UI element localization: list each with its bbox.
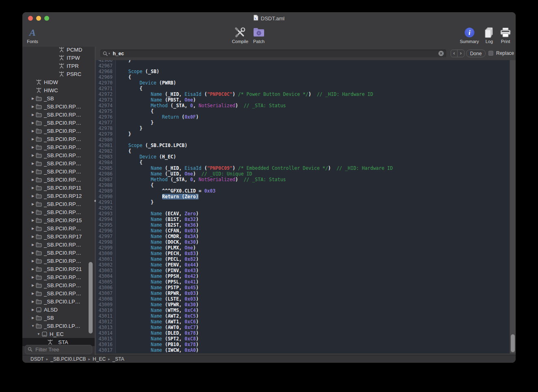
disclosure-triangle[interactable]: ▶	[30, 186, 35, 190]
disclosure-triangle[interactable]: ▶	[30, 170, 35, 173]
code-line[interactable]: 42971 {	[96, 86, 510, 91]
tree-row--sb-pci0-rp-[interactable]: ▶_SB.PCI0.RP…	[22, 289, 95, 297]
code-line[interactable]: 43004 Name (PPSH, 0x42)	[96, 273, 510, 279]
find-previous-button[interactable]: ‹	[451, 50, 458, 57]
disclosure-triangle[interactable]: ▶	[30, 154, 35, 157]
search-input[interactable]	[112, 50, 438, 57]
done-button[interactable]: Done	[466, 50, 486, 57]
code-line[interactable]: 42988 {	[96, 182, 510, 188]
disclosure-triangle[interactable]: ▶	[30, 219, 35, 222]
code-line[interactable]: 43014 Name (DLED, 0x78)	[96, 330, 510, 336]
tree-row-hiwc[interactable]: HIWC	[22, 86, 95, 94]
code-line[interactable]: 42979 }	[96, 131, 510, 137]
disclosure-triangle[interactable]: ▶	[30, 243, 35, 247]
tree-row--sb-pci0-rp-[interactable]: ▶_SB.PCI0.RP…	[22, 200, 95, 208]
disclosure-triangle[interactable]: ▶	[30, 137, 35, 141]
code-line[interactable]: 42970 Device (PWRB)	[96, 80, 510, 86]
print-button[interactable]: Print	[500, 26, 511, 44]
titlebar[interactable]: DSDT.aml	[22, 12, 516, 24]
code-line[interactable]: 42983 Device (H_EC)	[96, 154, 510, 160]
tree-row--sb-pci0-rp-[interactable]: ▶_SB.PCI0.RP…	[22, 167, 95, 175]
disclosure-triangle[interactable]: ▶	[30, 129, 35, 133]
disclosure-triangle[interactable]: ▶	[30, 267, 35, 271]
disclosure-triangle[interactable]: ▶	[30, 251, 35, 255]
tree-row-alsd[interactable]: ▶ALSD	[22, 305, 95, 314]
code-line[interactable]: 42986 Name (_UID, One) // _UID: Unique I…	[96, 171, 510, 177]
tree-row--sb-pci0-rp-[interactable]: ▶_SB.PCI0.RP…	[22, 110, 95, 119]
code-line[interactable]: 43009 Name (VPWR, 0x30)	[96, 302, 510, 308]
disclosure-triangle[interactable]: ▶	[30, 113, 35, 117]
breadcrumb-item[interactable]: _STA	[113, 356, 124, 362]
log-button[interactable]: Log	[484, 26, 494, 44]
code-line[interactable]: 42978 }	[96, 126, 510, 131]
tree-row--sb-pci0-rp-[interactable]: ▶_SB.PCI0.RP…	[22, 119, 95, 127]
code-line[interactable]: 42989 ^^^GFX0.CLID = 0x03	[96, 188, 510, 194]
patch-button[interactable]: Patch	[253, 26, 265, 44]
code-line[interactable]: 42997 Name (CMDR, 0x3A)	[96, 234, 510, 239]
code-line[interactable]: 42991 }	[96, 199, 510, 205]
sidebar-scrollbar-thumb[interactable]	[89, 262, 93, 334]
disclosure-triangle[interactable]: ▶	[30, 162, 35, 165]
tree-row--sb-pci0-lp-[interactable]: ▼_SB.PCI0.LP…	[22, 322, 95, 330]
minimize-button[interactable]	[36, 16, 41, 21]
tree-row-pcmd[interactable]: PCMD	[22, 47, 95, 54]
tree-row--sb-pci0-rp17[interactable]: ▶_SB.PCI0.RP17	[22, 232, 95, 240]
code-line[interactable]: 42993 Name (ECAV, Zero)	[96, 211, 510, 217]
disclosure-triangle[interactable]: ▶	[30, 105, 35, 108]
editor-scrollbar-thumb[interactable]	[511, 334, 515, 352]
code-line[interactable]: 42987 Method (_STA, 0, NotSerialized) //…	[96, 177, 510, 182]
tree-row-h-ec[interactable]: ▼H_EC	[22, 330, 95, 338]
code-line[interactable]: 42992	[96, 205, 510, 211]
code-line[interactable]: 43008 Name (LSTE, 0x03)	[96, 296, 510, 302]
tree-row--sb-pci0-lp-[interactable]: ▶_SB.PCI0.LP…	[22, 297, 95, 305]
disclosure-triangle[interactable]: ▶	[30, 178, 35, 182]
code-line[interactable]: 42976 Return (0x0F)	[96, 114, 510, 120]
tree-row--sb-pci0-rp-[interactable]: ▶_SB.PCI0.RP…	[22, 208, 95, 216]
tree-row-psrc[interactable]: PSRC	[22, 70, 95, 78]
summary-button[interactable]: i Summary	[460, 26, 479, 44]
editor-scrollbar[interactable]	[510, 60, 516, 353]
code-line[interactable]: 42977 }	[96, 120, 510, 126]
tree-row--sb-pci0-rp-[interactable]: ▶_SB.PCI0.RP…	[22, 143, 95, 151]
code-line[interactable]: 42980	[96, 137, 510, 143]
tree-row--sb-pci0-rp-[interactable]: ▶_SB.PCI0.RP…	[22, 281, 95, 289]
disclosure-triangle[interactable]: ▶	[30, 292, 35, 295]
code-line[interactable]: 43000 Name (PECH, 0x83)	[96, 251, 510, 256]
disclosure-triangle[interactable]: ▼	[36, 332, 41, 336]
code-line[interactable]: 42968 Scope (_SB)	[96, 69, 510, 74]
disclosure-triangle[interactable]: ▶	[30, 145, 35, 149]
code-line[interactable]: 42985 Name (_HID, EisaId ("PNP0C09") /* …	[96, 165, 510, 171]
code-line[interactable]: 42969 {	[96, 74, 510, 80]
code-line[interactable]: 42967	[96, 63, 510, 69]
disclosure-triangle[interactable]: ▶	[30, 259, 35, 263]
code-line[interactable]: 42966 }	[96, 60, 510, 63]
code-line[interactable]: 42981 Scope (_SB.PCI0.LPCB)	[96, 143, 510, 148]
tree-row--sb-pci0-rp12[interactable]: ▶_SB.PCI0.RP12	[22, 192, 95, 200]
zoom-button[interactable]	[44, 16, 49, 21]
disclosure-triangle[interactable]: ▶	[30, 235, 35, 238]
disclosure-triangle[interactable]: ▶	[30, 300, 35, 303]
tree-row--sb-pci0-rp11[interactable]: ▶_SB.PCI0.RP11	[22, 184, 95, 192]
disclosure-triangle[interactable]: ▶	[30, 275, 35, 279]
filter-tree-field[interactable]	[25, 345, 92, 354]
tree-row-hidw[interactable]: HIDW	[22, 78, 95, 86]
code-line[interactable]: 42990 Return (Zero)	[96, 194, 510, 199]
code-line[interactable]: 43010 Name (WTMS, 0xC4)	[96, 308, 510, 313]
tree-row--sb-pci0-rp-[interactable]: ▶_SB.PCI0.RP…	[22, 175, 95, 184]
code-line[interactable]: 42973 Name (PBST, One)	[96, 97, 510, 103]
breadcrumb-item[interactable]: DSDT	[30, 356, 44, 362]
disclosure-triangle[interactable]: ▶	[30, 202, 35, 206]
tree-row--sb-pci0-rp-[interactable]: ▶_SB.PCI0.RP…	[22, 102, 95, 110]
disclosure-triangle[interactable]: ▶	[30, 97, 35, 100]
disclosure-triangle[interactable]: ▶	[30, 316, 35, 320]
code-line[interactable]: 42999 Name (PLMX, One)	[96, 245, 510, 251]
code-line[interactable]: 42998 Name (DOCK, 0x30)	[96, 239, 510, 245]
code-line[interactable]: 43016 Name (PB10, 0x78)	[96, 342, 510, 347]
find-next-button[interactable]: ›	[458, 50, 464, 57]
tree-row--sb-pci0-rp21[interactable]: ▶_SB.PCI0.RP21	[22, 265, 95, 273]
clear-search-icon[interactable]: ✕	[438, 51, 444, 56]
tree-row--sb-pci0-rp-[interactable]: ▶_SB.PCI0.RP…	[22, 273, 95, 281]
code-line[interactable]: 42975 {	[96, 108, 510, 114]
compile-button[interactable]: Compile	[232, 26, 248, 44]
tree-row--sb-pci0-rp-[interactable]: ▶_SB.PCI0.RP…	[22, 135, 95, 143]
